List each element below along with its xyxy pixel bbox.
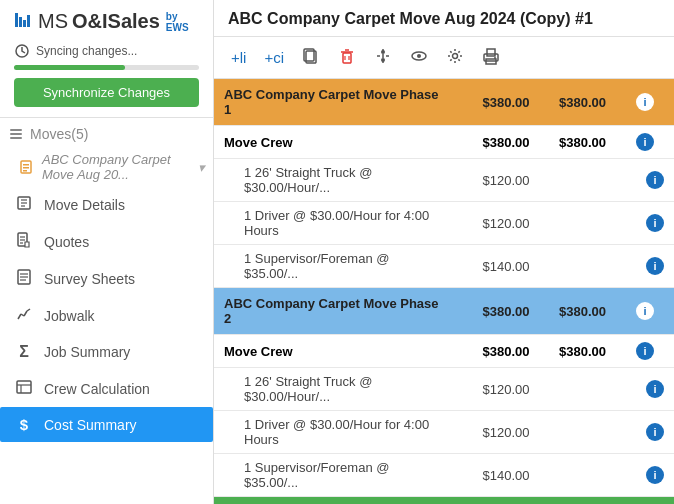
phase-2-group-info-icon[interactable]: i (636, 342, 654, 360)
svg-point-41 (417, 54, 421, 58)
item-info-icon[interactable]: i (646, 380, 664, 398)
item-info-cell: i (616, 454, 674, 497)
sync-icon (14, 43, 30, 59)
sync-label: Syncing changes... (36, 44, 137, 58)
phase-1-amount2: $380.00 (540, 79, 616, 126)
item-desc: 1 Supervisor/Foreman @ $35.00/... (214, 454, 453, 497)
move-details-icon (14, 195, 34, 214)
svg-rect-7 (10, 137, 22, 139)
phase-2-group-amount1: $380.00 (453, 335, 540, 368)
logo-ews: by EWS (166, 11, 199, 33)
sync-status-row: Syncing changes... (0, 39, 213, 63)
nav-list: Move Details Quotes Survey Sheets Jobwal… (0, 186, 213, 442)
phase-1-info-icon[interactable]: i (636, 93, 654, 111)
sidebar-item-move-details[interactable]: Move Details (0, 186, 213, 223)
grand-total-empty (453, 497, 540, 505)
logo-oisales: O&ISales (72, 10, 160, 33)
sidebar-item-quotes[interactable]: Quotes (0, 223, 213, 260)
svg-rect-6 (10, 133, 22, 135)
print-icon (482, 47, 500, 68)
phase-2-group-move-crew: Move Crew $380.00 $380.00 i (214, 335, 674, 368)
grand-total-label: Grand Total (214, 497, 453, 505)
grand-total-row: Grand Total $760.00 (214, 497, 674, 505)
sidebar-item-cost-summary[interactable]: $ Cost Summary (0, 407, 213, 442)
sidebar: MS O&ISales by EWS Syncing changes... Sy… (0, 0, 214, 504)
view-icon (410, 47, 428, 68)
item-amount2 (540, 202, 616, 245)
svg-rect-44 (487, 49, 495, 56)
add-li-button[interactable]: +li (224, 45, 253, 70)
survey-sheets-label: Survey Sheets (44, 271, 135, 287)
svg-rect-3 (27, 15, 30, 27)
sidebar-item-job-summary[interactable]: Σ Job Summary (0, 334, 213, 370)
print-button[interactable] (475, 43, 507, 72)
phase-2-amount1: $380.00 (453, 288, 540, 335)
item-info-cell: i (616, 411, 674, 454)
copy-button[interactable] (295, 43, 327, 72)
page-title: ABC Company Carpet Move Aug 2024 (Copy) … (228, 10, 593, 27)
cost-table-container: ABC Company Carpet Move Phase 1 $380.00 … (214, 79, 674, 504)
synchronize-changes-button[interactable]: Synchronize Changes (14, 78, 199, 107)
phase-1-group-move-crew: Move Crew $380.00 $380.00 i (214, 126, 674, 159)
jobwalk-label: Jobwalk (44, 308, 95, 324)
svg-line-26 (24, 311, 27, 316)
item-info-icon[interactable]: i (646, 466, 664, 484)
svg-rect-9 (23, 164, 29, 166)
crew-calculation-label: Crew Calculation (44, 381, 150, 397)
job-summary-label: Job Summary (44, 344, 130, 360)
item-amount1: $120.00 (453, 159, 540, 202)
add-ci-button[interactable]: +ci (257, 45, 291, 70)
phase-1-label: ABC Company Carpet Move Phase 1 (214, 79, 453, 126)
move-item-icon (20, 159, 36, 175)
moves-label: Moves(5) (30, 126, 88, 142)
phase-1-amount1: $380.00 (453, 79, 540, 126)
phase-2-group-amount2: $380.00 (540, 335, 616, 368)
main-title-bar: ABC Company Carpet Move Aug 2024 (Copy) … (214, 0, 674, 37)
move-item[interactable]: ABC Company Carpet Move Aug 20... ▾ (0, 148, 213, 186)
svg-line-24 (18, 314, 21, 319)
grand-total-amount: $760.00 (540, 497, 616, 505)
svg-point-46 (494, 57, 496, 59)
svg-rect-10 (23, 167, 29, 169)
item-amount2 (540, 159, 616, 202)
item-desc: 1 26' Straight Truck @ $30.00/Hour/... (214, 159, 453, 202)
logo-area: MS O&ISales by EWS (0, 0, 213, 39)
phase-2-row: ABC Company Carpet Move Phase 2 $380.00 … (214, 288, 674, 335)
toolbar: +li +ci (214, 37, 674, 79)
table-row: 1 Driver @ $30.00/Hour for 4:00 Hours $1… (214, 411, 674, 454)
item-info-icon[interactable]: i (646, 257, 664, 275)
item-info-icon[interactable]: i (646, 214, 664, 232)
item-info-icon[interactable]: i (646, 423, 664, 441)
svg-rect-33 (343, 53, 351, 63)
svg-rect-11 (23, 170, 27, 172)
view-button[interactable] (403, 43, 435, 72)
item-info-icon[interactable]: i (646, 171, 664, 189)
delete-button[interactable] (331, 43, 363, 72)
svg-line-27 (27, 309, 30, 311)
item-amount1: $140.00 (453, 454, 540, 497)
settings-button[interactable] (439, 43, 471, 72)
sidebar-item-jobwalk[interactable]: Jobwalk (0, 297, 213, 334)
phase-2-info-cell: i (616, 288, 674, 335)
sidebar-item-survey-sheets[interactable]: Survey Sheets (0, 260, 213, 297)
sidebar-item-crew-calculation[interactable]: Crew Calculation (0, 370, 213, 407)
item-amount2 (540, 411, 616, 454)
phase-1-group-info-cell: i (616, 126, 674, 159)
move-button[interactable] (367, 43, 399, 72)
moves-group[interactable]: Moves(5) (0, 120, 213, 148)
phase-2-info-icon[interactable]: i (636, 302, 654, 320)
cost-table: ABC Company Carpet Move Phase 1 $380.00 … (214, 79, 674, 504)
phase-1-group-info-icon[interactable]: i (636, 133, 654, 151)
phase-1-info-cell: i (616, 79, 674, 126)
sync-progress-bar (14, 65, 199, 70)
quotes-icon (14, 232, 34, 251)
item-info-cell: i (616, 159, 674, 202)
table-row: 1 Supervisor/Foreman @ $35.00/... $140.0… (214, 245, 674, 288)
item-amount1: $120.00 (453, 202, 540, 245)
item-info-cell: i (616, 368, 674, 411)
grand-total-info-cell (616, 497, 674, 505)
settings-icon (446, 47, 464, 68)
copy-icon (302, 47, 320, 68)
main-content: ABC Company Carpet Move Aug 2024 (Copy) … (214, 0, 674, 504)
phase-1-row: ABC Company Carpet Move Phase 1 $380.00 … (214, 79, 674, 126)
